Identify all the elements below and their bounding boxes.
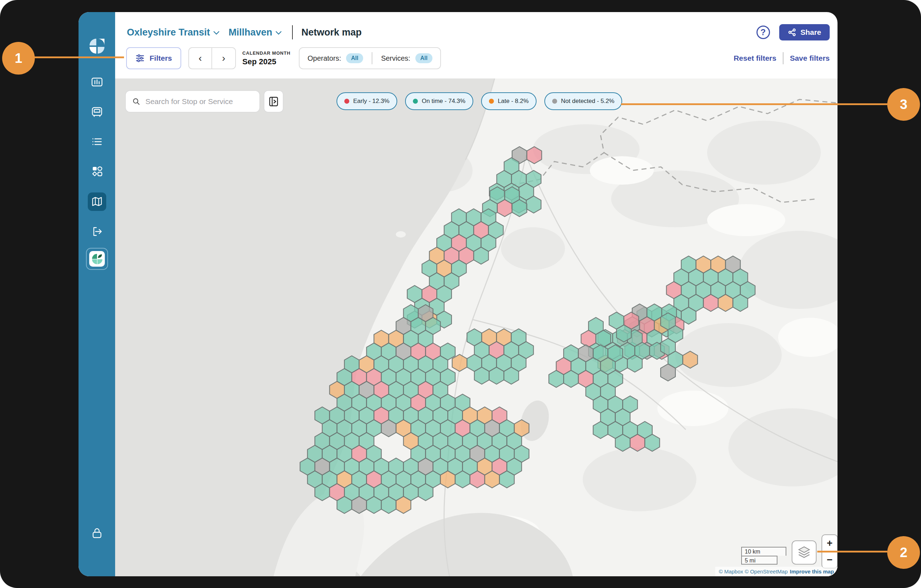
app-window: Oxleyshire Transit Millhaven Network map…: [78, 12, 838, 576]
legend-pill-early[interactable]: Early - 12.3%: [337, 92, 397, 110]
legend-label-not-detected: Not detected - 5.2%: [561, 97, 614, 105]
hex-cell[interactable]: [337, 496, 352, 513]
sidebar-item-network-map[interactable]: [78, 192, 115, 212]
legend-pill-late[interactable]: Late - 8.2%: [481, 92, 537, 110]
services-label: Services:: [381, 54, 410, 62]
hex-cell[interactable]: [452, 354, 467, 371]
shapes-icon: [90, 164, 104, 178]
sidebar-item-analytics[interactable]: [78, 72, 115, 92]
hex-cell[interactable]: [617, 325, 631, 342]
sidebar-item-vehicles[interactable]: [78, 102, 115, 122]
sidebar-item-logout[interactable]: [78, 221, 115, 242]
callout-badge-3: 3: [887, 88, 920, 121]
hex-cell[interactable]: [526, 196, 541, 213]
hex-cell[interactable]: [718, 294, 733, 312]
on-time-dot: [413, 99, 418, 104]
breadcrumb-org[interactable]: Oxleyshire Transit: [127, 27, 219, 38]
hex-cell[interactable]: [504, 367, 519, 384]
late-dot: [489, 99, 494, 104]
chevron-down-icon: [276, 31, 282, 35]
services-value-badge[interactable]: All: [415, 53, 433, 63]
improve-map-link[interactable]: Improve this map: [790, 569, 834, 575]
sidebar-item-services-list[interactable]: [78, 132, 115, 152]
layers-button[interactable]: [792, 541, 817, 565]
hex-cell[interactable]: [500, 471, 514, 488]
hex-cell[interactable]: [645, 434, 660, 451]
hex-cell[interactable]: [396, 496, 411, 513]
hex-cell[interactable]: [549, 370, 564, 387]
hex-cell[interactable]: [455, 471, 470, 488]
hex-cell[interactable]: [352, 496, 367, 513]
lock-icon: [90, 526, 104, 540]
reset-filters-link[interactable]: Reset filters: [734, 54, 776, 62]
callout-badge-2: 2: [887, 536, 920, 569]
legend-label-late: Late - 8.2%: [498, 97, 529, 105]
app-badge-ring: [86, 248, 108, 270]
scale-km: 10 km: [741, 547, 786, 556]
hex-cell[interactable]: [489, 367, 504, 384]
hex-cell[interactable]: [527, 147, 542, 164]
hex-cell[interactable]: [470, 471, 485, 488]
filters-label: Filters: [150, 54, 172, 62]
top-bar: Oxleyshire Transit Millhaven Network map…: [127, 21, 830, 43]
zoom-in-button[interactable]: +: [822, 535, 837, 552]
hex-cell[interactable]: [485, 471, 500, 488]
breadcrumb-region[interactable]: Millhaven: [228, 27, 282, 38]
hex-cell[interactable]: [474, 247, 488, 264]
hex-cell[interactable]: [661, 364, 675, 381]
save-filters-link[interactable]: Save filters: [790, 54, 830, 62]
legend-pill-on-time[interactable]: On time - 74.3%: [405, 92, 473, 110]
hex-cell[interactable]: [418, 484, 433, 501]
hex-cell[interactable]: [381, 420, 396, 437]
sidebar-item-app-launcher[interactable]: [78, 243, 115, 275]
legend-pill-not-detected[interactable]: Not detected - 5.2%: [544, 92, 622, 110]
operators-label: Operators:: [308, 54, 341, 62]
attribution-text: © Mapbox © OpenStreetMap: [719, 569, 788, 575]
share-button[interactable]: Share: [779, 24, 830, 41]
scale-mi: 5 mi: [741, 556, 778, 565]
hex-cell[interactable]: [563, 370, 578, 387]
bus-icon: [90, 105, 104, 119]
layers-icon: [797, 546, 812, 560]
map-canvas[interactable]: Early - 12.3% On time - 74.3% Late - 8.2…: [115, 78, 838, 576]
operators-value-badge[interactable]: All: [346, 53, 363, 63]
map-attribution: © Mapbox © OpenStreetMap Improve this ma…: [715, 567, 838, 576]
search-icon: [132, 97, 140, 106]
hex-cell[interactable]: [733, 294, 748, 312]
hex-cell[interactable]: [367, 496, 382, 513]
hex-cell[interactable]: [440, 471, 455, 488]
hex-cell[interactable]: [474, 367, 489, 384]
map-icon: [91, 195, 103, 208]
sidebar-item-privacy[interactable]: [78, 523, 115, 544]
help-button[interactable]: ?: [757, 26, 770, 39]
device-frame: Oxleyshire Transit Millhaven Network map…: [0, 0, 921, 588]
hex-cell[interactable]: [615, 434, 630, 451]
hex-cell[interactable]: [593, 421, 608, 439]
hex-cell[interactable]: [512, 200, 527, 217]
not-detected-dot: [552, 99, 557, 104]
hex-cell[interactable]: [683, 351, 698, 368]
next-month-button[interactable]: ›: [212, 48, 235, 68]
hex-cell[interactable]: [630, 434, 645, 451]
help-label: ?: [760, 28, 766, 37]
hex-cell[interactable]: [381, 496, 396, 513]
search-input[interactable]: [145, 97, 253, 106]
bar-chart-icon: [90, 75, 104, 89]
sidebar-item-categories[interactable]: [78, 161, 115, 182]
app-badge-icon: [89, 251, 105, 266]
prev-month-button[interactable]: ‹: [189, 48, 212, 68]
calendar-month-value: Sep 2025: [242, 57, 290, 67]
expand-panel-button[interactable]: [264, 90, 283, 112]
share-icon: [788, 28, 796, 37]
logo-icon: [89, 38, 105, 54]
filters-button[interactable]: Filters: [126, 47, 181, 69]
hex-cell[interactable]: [703, 294, 718, 312]
scope-divider: [372, 52, 373, 64]
chevron-down-icon: [213, 31, 219, 35]
hex-cell[interactable]: [315, 484, 330, 501]
map-scale: 10 km 5 mi: [741, 547, 786, 565]
zoom-out-button[interactable]: −: [822, 552, 837, 568]
hex-cell[interactable]: [498, 200, 513, 217]
hex-cell[interactable]: [628, 355, 643, 372]
active-item-highlight: [88, 192, 106, 211]
